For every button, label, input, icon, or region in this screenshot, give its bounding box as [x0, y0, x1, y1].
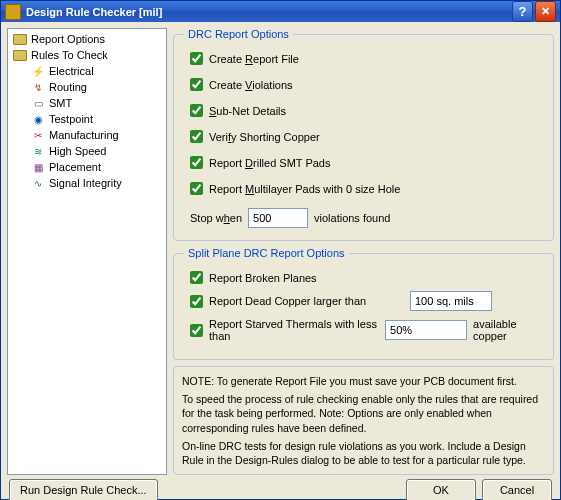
stop-suffix: violations found — [314, 212, 390, 224]
option-row: Report Broken Planes — [190, 271, 543, 284]
tree-item-manufacturing[interactable]: ✂ Manufacturing — [10, 127, 164, 143]
tree-label: SMT — [49, 97, 72, 109]
option-row: Report Starved Thermals with less than a… — [190, 318, 543, 342]
signal-integrity-icon: ∿ — [30, 176, 46, 190]
rules-tree[interactable]: Report Options Rules To Check ⚡ Electric… — [7, 28, 167, 475]
option-suffix: available copper — [473, 318, 543, 342]
tree-item-testpoint[interactable]: ◉ Testpoint — [10, 111, 164, 127]
option-label: Report Drilled SMT Pads — [209, 157, 330, 169]
folder-icon — [12, 32, 28, 46]
note-text: NOTE: To generate Report File you must s… — [182, 374, 545, 388]
tree-item-rules-to-check[interactable]: Rules To Check — [10, 47, 164, 63]
option-row: Create Report File — [190, 52, 543, 65]
manufacturing-icon: ✂ — [30, 128, 46, 142]
placement-icon: ▦ — [30, 160, 46, 174]
option-row: Create Violations — [190, 78, 543, 91]
create-violations-checkbox[interactable] — [190, 78, 203, 91]
smt-icon: ▭ — [30, 96, 46, 110]
tree-item-report-options[interactable]: Report Options — [10, 31, 164, 47]
tree-item-high-speed[interactable]: ≋ High Speed — [10, 143, 164, 159]
high-speed-icon: ≋ — [30, 144, 46, 158]
note-text: On-line DRC tests for design rule violat… — [182, 439, 545, 467]
client-area: Report Options Rules To Check ⚡ Electric… — [1, 22, 560, 500]
group-legend: Split Plane DRC Report Options — [184, 247, 349, 259]
tree-item-smt[interactable]: ▭ SMT — [10, 95, 164, 111]
option-row: Report Dead Copper larger than — [190, 291, 543, 311]
tree-label: High Speed — [49, 145, 107, 157]
app-icon — [5, 4, 21, 20]
report-dead-copper-checkbox[interactable] — [190, 295, 203, 308]
group-legend: DRC Report Options — [184, 28, 293, 40]
titlebar: Design Rule Checker [mil] ? ✕ — [1, 1, 560, 22]
report-starved-thermals-checkbox[interactable] — [190, 324, 203, 337]
tree-label: Report Options — [31, 33, 105, 45]
drc-report-options-group: DRC Report Options Create Report File Cr… — [173, 28, 554, 241]
footer: Run Design Rule Check... OK Cancel — [7, 475, 554, 500]
tree-item-electrical[interactable]: ⚡ Electrical — [10, 63, 164, 79]
tree-item-placement[interactable]: ▦ Placement — [10, 159, 164, 175]
split-plane-options-group: Split Plane DRC Report Options Report Br… — [173, 247, 554, 360]
ok-button[interactable]: OK — [406, 479, 476, 500]
options-panel: DRC Report Options Create Report File Cr… — [173, 28, 554, 475]
tree-label: Electrical — [49, 65, 94, 77]
cancel-button[interactable]: Cancel — [482, 479, 552, 500]
note-box: NOTE: To generate Report File you must s… — [173, 366, 554, 475]
window-title: Design Rule Checker [mil] — [26, 6, 510, 18]
run-drc-button[interactable]: Run Design Rule Check... — [9, 479, 158, 500]
tree-item-routing[interactable]: ↯ Routing — [10, 79, 164, 95]
note-text: To speed the process of rule checking en… — [182, 392, 545, 435]
dead-copper-input[interactable] — [410, 291, 492, 311]
option-row: Sub-Net Details — [190, 104, 543, 117]
starved-thermals-input[interactable] — [385, 320, 467, 340]
tree-label: Placement — [49, 161, 101, 173]
electrical-icon: ⚡ — [30, 64, 46, 78]
report-broken-planes-checkbox[interactable] — [190, 271, 203, 284]
tree-label: Signal Integrity — [49, 177, 122, 189]
stop-when-row: Stop when violations found — [190, 208, 543, 228]
option-label: Report Multilayer Pads with 0 size Hole — [209, 183, 400, 195]
option-label: Report Dead Copper larger than — [209, 295, 404, 307]
stop-when-input[interactable] — [248, 208, 308, 228]
help-button[interactable]: ? — [512, 1, 533, 22]
option-label: Report Broken Planes — [209, 272, 317, 284]
report-multilayer-pads-checkbox[interactable] — [190, 182, 203, 195]
option-label: Report Starved Thermals with less than — [209, 318, 379, 342]
subnet-details-checkbox[interactable] — [190, 104, 203, 117]
tree-item-signal-integrity[interactable]: ∿ Signal Integrity — [10, 175, 164, 191]
upper-area: Report Options Rules To Check ⚡ Electric… — [7, 28, 554, 475]
tree-label: Rules To Check — [31, 49, 108, 61]
create-report-file-checkbox[interactable] — [190, 52, 203, 65]
window: Design Rule Checker [mil] ? ✕ Report Opt… — [0, 0, 561, 500]
option-row: Verify Shorting Copper — [190, 130, 543, 143]
verify-shorting-copper-checkbox[interactable] — [190, 130, 203, 143]
tree-label: Manufacturing — [49, 129, 119, 141]
close-button[interactable]: ✕ — [535, 1, 556, 22]
tree-label: Routing — [49, 81, 87, 93]
option-label: Sub-Net Details — [209, 105, 286, 117]
folder-icon — [12, 48, 28, 62]
option-row: Report Drilled SMT Pads — [190, 156, 543, 169]
option-row: Report Multilayer Pads with 0 size Hole — [190, 182, 543, 195]
tree-label: Testpoint — [49, 113, 93, 125]
option-label: Create Report File — [209, 53, 299, 65]
option-label: Verify Shorting Copper — [209, 131, 320, 143]
stop-label: Stop when — [190, 212, 242, 224]
report-drilled-smt-checkbox[interactable] — [190, 156, 203, 169]
option-label: Create Violations — [209, 79, 293, 91]
routing-icon: ↯ — [30, 80, 46, 94]
testpoint-icon: ◉ — [30, 112, 46, 126]
